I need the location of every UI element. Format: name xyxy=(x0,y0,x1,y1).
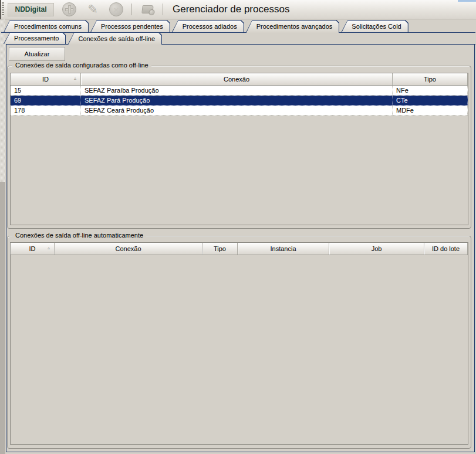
refresh-button[interactable]: Atualizar xyxy=(9,47,65,61)
cell: SEFAZ Paraíba Produção xyxy=(81,86,393,95)
group-configured-offline: Conexões de saída configuradas como off-… xyxy=(7,66,471,229)
process-icon xyxy=(141,5,153,13)
cell: SEFAZ Ceará Produção xyxy=(81,106,393,115)
tab-procedimentos-avancados[interactable]: Procedimentos avançados xyxy=(246,20,340,33)
group-title: Conexões de saída off-line automaticamen… xyxy=(12,232,146,239)
grid-body xyxy=(11,255,468,444)
cell: CTe xyxy=(393,96,468,105)
column-header-tipo[interactable]: Tipo xyxy=(393,73,468,85)
group-title: Conexões de saída configuradas como off-… xyxy=(12,62,151,69)
tab-processos-adiados[interactable]: Processos adiados xyxy=(172,20,244,32)
tab-processos-pendentes[interactable]: Processos pendentes xyxy=(90,20,170,32)
tab-label: Conexões de saída off-line xyxy=(68,33,161,45)
grid-body: 15SEFAZ Paraíba ProduçãoNFe69SEFAZ Pará … xyxy=(11,86,468,225)
tab-label: Processos pendentes xyxy=(91,21,170,32)
window-title: Gerenciador de processos xyxy=(173,4,289,15)
toolbar: NDDigital ✎ × Gerenciador de processos xyxy=(0,0,476,19)
add-icon xyxy=(62,2,76,16)
column-header-id[interactable]: ID▵ xyxy=(11,243,55,255)
secondary-tab-bar: ProcessamentoConexões de saída off-line xyxy=(4,32,164,44)
column-label: ID xyxy=(29,245,36,252)
tab-label: Processamento xyxy=(4,33,65,44)
edit-button[interactable]: ✎ xyxy=(85,1,101,18)
cell: 15 xyxy=(11,86,81,95)
column-header-conexao[interactable]: Conexão xyxy=(55,243,202,255)
cancel-button[interactable]: × xyxy=(108,1,124,18)
background-window-edge xyxy=(458,0,476,2)
column-header-tipo[interactable]: Tipo xyxy=(202,243,238,255)
table-row[interactable]: 15SEFAZ Paraíba ProduçãoNFe xyxy=(11,86,468,96)
pencil-icon: ✎ xyxy=(87,3,98,15)
tab-label: Procedimentos comuns xyxy=(4,21,88,32)
column-label: ID do lote xyxy=(432,245,460,252)
column-label: Tipo xyxy=(214,245,226,252)
cell: NFe xyxy=(393,86,468,95)
toolbar-separator xyxy=(163,4,163,15)
column-label: Conexão xyxy=(115,245,141,252)
tab-processamento[interactable]: Processamento xyxy=(4,32,66,44)
add-button[interactable] xyxy=(61,1,77,18)
automatic-offline-grid: ID▵ConexãoTipoInstanciaJobID do lote xyxy=(10,242,468,445)
grid-header-row: ID▵ConexãoTipo xyxy=(11,73,468,86)
sort-asc-icon: ▵ xyxy=(48,245,50,250)
tab-solicitacoes-cold[interactable]: Solicitações Cold xyxy=(341,20,408,32)
sort-asc-icon: ▵ xyxy=(74,76,76,81)
tab-page-conexoes-offline: Atualizar Conexões de saída configuradas… xyxy=(6,45,475,452)
column-label: Instancia xyxy=(270,245,296,252)
column-header-id[interactable]: ID▵ xyxy=(11,73,81,85)
table-row[interactable]: 178SEFAZ Ceará ProduçãoMDFe xyxy=(11,106,468,116)
tab-label: Procedimentos avançados xyxy=(247,21,339,33)
cell: SEFAZ Pará Produção xyxy=(81,96,393,105)
tab-conexoes-de-saida-off-line[interactable]: Conexões de saída off-line xyxy=(67,32,162,45)
cell: 178 xyxy=(11,106,81,115)
tab-label: Solicitações Cold xyxy=(342,21,407,32)
tab-label: Processos adiados xyxy=(173,21,244,32)
column-header-job[interactable]: Job xyxy=(329,243,424,255)
column-label: ID xyxy=(42,76,49,83)
table-row[interactable]: 69SEFAZ Pará ProduçãoCTe xyxy=(11,96,468,106)
badge-icon xyxy=(148,9,154,15)
column-label: Tipo xyxy=(424,76,436,83)
application-window: NDDigital ✎ × Gerenciador de processos P… xyxy=(0,0,476,454)
primary-tab-bar: Procedimentos comunsProcessos pendentesP… xyxy=(4,20,410,32)
column-label: Job xyxy=(372,245,382,252)
cell: MDFe xyxy=(393,106,468,115)
dock-strip xyxy=(0,19,5,454)
toolbar-gripper[interactable] xyxy=(2,2,4,16)
cancel-icon: × xyxy=(109,2,123,16)
configured-offline-grid: ID▵ConexãoTipo15SEFAZ Paraíba ProduçãoNF… xyxy=(10,73,468,225)
grid-header-row: ID▵ConexãoTipoInstanciaJobID do lote xyxy=(11,243,468,255)
tab-procedimentos-comuns[interactable]: Procedimentos comuns xyxy=(4,20,89,32)
group-automatic-offline: Conexões de saída off-line automaticamen… xyxy=(7,236,471,449)
column-header-conexao[interactable]: Conexão xyxy=(81,73,393,85)
window-edge xyxy=(0,0,1,19)
toolbar-separator xyxy=(131,4,132,15)
column-header-id-do-lote[interactable]: ID do lote xyxy=(424,243,468,255)
column-header-instancia[interactable]: Instancia xyxy=(238,243,329,255)
column-label: Conexão xyxy=(224,76,249,83)
nddigital-menu-button[interactable]: NDDigital xyxy=(8,3,54,16)
process-button[interactable] xyxy=(139,1,156,18)
cell: 69 xyxy=(11,96,81,105)
